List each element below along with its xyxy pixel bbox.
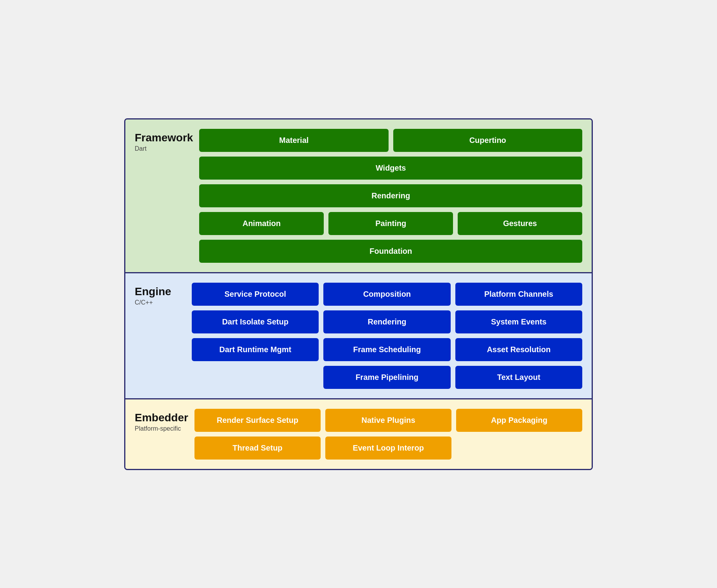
engine-row-2: Dart Runtime MgmtFrame SchedulingAsset R… (192, 338, 582, 361)
embedder-subtitle: Platform-specific (135, 425, 188, 432)
chip-render-surface-setup: Render Surface Setup (194, 409, 321, 432)
engine-title: Engine (135, 286, 185, 298)
chip-foundation: Foundation (199, 240, 582, 263)
chip-rendering: Rendering (323, 310, 450, 333)
chip-service-protocol: Service Protocol (192, 283, 319, 306)
chip-dart-isolate-setup: Dart Isolate Setup (192, 310, 319, 333)
framework-row-4: Foundation (199, 240, 582, 263)
engine-row-0: Service ProtocolCompositionPlatform Chan… (192, 283, 582, 306)
embedder-title: Embedder (135, 412, 188, 424)
embedder-row-0: Render Surface SetupNative PluginsApp Pa… (194, 409, 582, 432)
chip-asset-resolution: Asset Resolution (455, 338, 582, 361)
chip-system-events: System Events (455, 310, 582, 333)
layer-embedder: EmbedderPlatform-specificRender Surface … (125, 399, 592, 469)
chip-app-packaging: App Packaging (456, 409, 582, 432)
embedder-label: EmbedderPlatform-specific (135, 409, 188, 460)
engine-label: EngineC/C++ (135, 283, 185, 389)
chip-cupertino: Cupertino (393, 129, 582, 152)
chip-platform-channels: Platform Channels (455, 283, 582, 306)
chip-gestures: Gestures (458, 212, 582, 235)
engine-row-3: Frame PipeliningText Layout (192, 366, 582, 389)
chip-composition: Composition (323, 283, 450, 306)
engine-content: Service ProtocolCompositionPlatform Chan… (192, 283, 582, 389)
engine-row-1: Dart Isolate SetupRenderingSystem Events (192, 310, 582, 333)
framework-content: MaterialCupertinoWidgetsRenderingAnimati… (199, 129, 582, 263)
framework-row-1: Widgets (199, 157, 582, 180)
framework-row-3: AnimationPaintingGestures (199, 212, 582, 235)
framework-label: FrameworkDart (135, 129, 193, 263)
chip-widgets: Widgets (199, 157, 582, 180)
framework-row-2: Rendering (199, 184, 582, 207)
chip-text-layout: Text Layout (455, 366, 582, 389)
flutter-architecture-diagram: FrameworkDartMaterialCupertinoWidgetsRen… (124, 118, 593, 470)
chip-material: Material (199, 129, 388, 152)
engine-subtitle: C/C++ (135, 299, 185, 306)
chip-frame-scheduling: Frame Scheduling (323, 338, 450, 361)
layer-framework: FrameworkDartMaterialCupertinoWidgetsRen… (125, 119, 592, 273)
chip-rendering: Rendering (199, 184, 582, 207)
embedder-content: Render Surface SetupNative PluginsApp Pa… (194, 409, 582, 460)
chip-dart-runtime-mgmt: Dart Runtime Mgmt (192, 338, 319, 361)
chip-painting: Painting (328, 212, 453, 235)
framework-subtitle: Dart (135, 145, 193, 152)
chip-animation: Animation (199, 212, 324, 235)
chip-thread-setup: Thread Setup (194, 437, 321, 460)
embedder-row-1: Thread SetupEvent Loop Interop (194, 437, 582, 460)
framework-title: Framework (135, 132, 193, 144)
chip-frame-pipelining: Frame Pipelining (323, 366, 450, 389)
chip-event-loop-interop: Event Loop Interop (325, 437, 451, 460)
chip-native-plugins: Native Plugins (325, 409, 451, 432)
framework-row-0: MaterialCupertino (199, 129, 582, 152)
layer-engine: EngineC/C++Service ProtocolCompositionPl… (125, 273, 592, 399)
